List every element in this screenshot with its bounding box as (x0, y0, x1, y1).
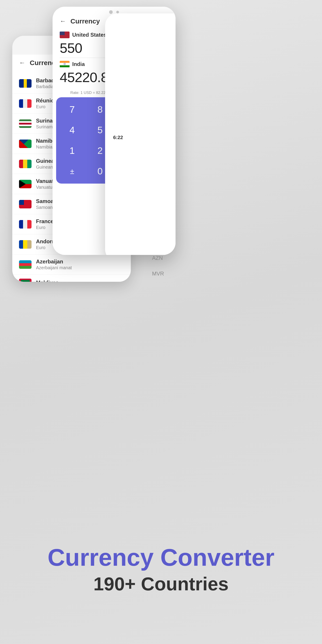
bottom-content: Currency Converter 190+ Countries (0, 544, 322, 595)
azn-label: AZN (152, 255, 163, 261)
main-notch-dot1 (109, 10, 113, 14)
bg-back-arrow[interactable]: ← (19, 59, 25, 66)
flag-france (19, 220, 32, 228)
flag-vanuatu (19, 180, 32, 188)
currency-info-maldives: Maldives (36, 280, 58, 282)
us-flag-icon (60, 32, 70, 38)
to-country-label: India (60, 61, 85, 68)
phone-main: 6:22 📳 ▲ 🔋 ← Currency ♡ (52, 7, 176, 255)
india-flag-icon (60, 61, 70, 68)
main-app-title: Currency (70, 18, 100, 25)
flag-maldives (19, 278, 32, 282)
country-name-azerbaijan: Azerbaijan (36, 258, 72, 265)
key-4[interactable]: 4 (58, 120, 86, 140)
key-1[interactable]: 1 (58, 141, 86, 161)
flag-andorra (19, 240, 32, 249)
currency-name-azerbaijan: Azerbaijani manat (36, 265, 72, 270)
app-subtitle: 190+ Countries (0, 573, 322, 595)
bg-currency-item-azerbaijan[interactable]: Azerbaijan Azerbaijani manat (12, 254, 131, 274)
from-country-label: United States (60, 32, 106, 38)
bg-currency-item-maldives[interactable]: Maldives (12, 274, 131, 282)
currency-name-france: Euro (36, 225, 54, 230)
flag-barbados (19, 79, 32, 88)
app-title-main: Currency Converter (0, 544, 322, 571)
main-notch-dot2 (116, 11, 119, 14)
key-plusminus[interactable]: ± (58, 161, 86, 181)
mvr-label: MVR (152, 270, 164, 277)
to-country-name: India (72, 61, 85, 67)
flag-samoa (19, 200, 32, 208)
flag-guinea (19, 160, 32, 168)
country-name-maldives: Maldives (36, 280, 58, 282)
main-status-bar: 6:22 📳 ▲ 🔋 (105, 14, 176, 255)
flag-reunion (19, 99, 32, 108)
flag-azerbaijan (19, 260, 32, 269)
flag-suriname (19, 120, 32, 128)
currency-info-azerbaijan: Azerbaijan Azerbaijani manat (36, 258, 72, 270)
main-back-arrow[interactable]: ← (60, 18, 66, 25)
main-status-time: 6:22 (113, 134, 123, 140)
from-country-name: United States (72, 32, 106, 38)
flag-namibia (19, 140, 32, 148)
country-name-france: France (36, 218, 54, 224)
currency-info-france: France Euro (36, 218, 54, 230)
key-7[interactable]: 7 (58, 100, 86, 120)
